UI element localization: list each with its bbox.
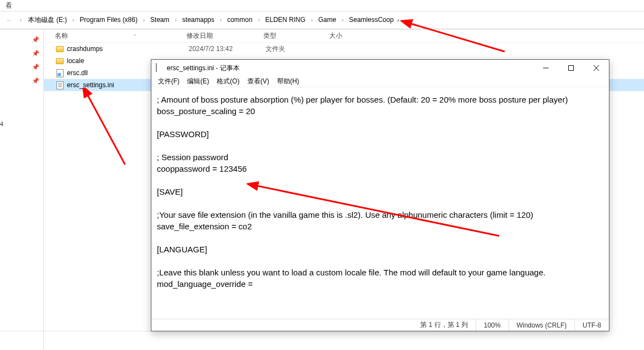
folder-icon xyxy=(55,57,65,65)
menu-item[interactable]: 帮助(H) xyxy=(274,76,303,87)
column-type[interactable]: 类型 xyxy=(263,31,329,41)
menu-item[interactable]: 查看(V) xyxy=(244,76,273,87)
breadcrumb-item[interactable]: 本地磁盘 (E:) xyxy=(26,15,69,25)
breadcrumb-item[interactable]: Game xyxy=(316,15,338,25)
chevron-right-icon: › xyxy=(308,17,316,23)
ini-icon xyxy=(55,81,65,89)
pin-icon: 📌 xyxy=(0,74,43,88)
menubar: 文件(F)编辑(E)格式(O)查看(V)帮助(H) xyxy=(151,76,609,87)
file-date: 2024/7/2 13:42 xyxy=(189,45,265,53)
chevron-right-icon: › xyxy=(140,17,148,23)
divider xyxy=(0,331,154,331)
breadcrumb-item[interactable]: steamapps xyxy=(180,15,217,25)
titlebar[interactable]: ersc_settings.ini - 记事本 xyxy=(151,60,609,76)
breadcrumb-item[interactable]: common xyxy=(225,15,255,25)
chevron-right-icon: › xyxy=(217,17,225,23)
breadcrumb-item[interactable]: SeamlessCoop xyxy=(347,15,396,25)
window-title: ersc_settings.ini - 记事本 xyxy=(167,64,533,73)
address-bar[interactable]: ← › 本地磁盘 (E:)›Program Files (x86)›Steam›… xyxy=(0,12,644,29)
status-bar: 第 1 行，第 1 列 100% Windows (CRLF) UTF-8 xyxy=(151,319,609,331)
minimize-icon xyxy=(543,65,549,71)
file-name: crashdumps xyxy=(67,45,189,53)
column-size[interactable]: 大小 xyxy=(329,31,373,41)
pin-icon: 📌 xyxy=(0,60,43,74)
nav-pane[interactable]: 📌 📌 📌 📌 xyxy=(0,30,44,350)
status-zoom: 100% xyxy=(476,319,509,331)
pin-icon: 📌 xyxy=(0,47,43,60)
status-eol: Windows (CRLF) xyxy=(509,319,574,331)
minimize-button[interactable] xyxy=(533,60,558,76)
breadcrumb-item[interactable]: Steam xyxy=(148,15,172,25)
chevron-right-icon: › xyxy=(338,17,347,23)
ribbon-tab[interactable]: 看 xyxy=(0,0,644,12)
close-button[interactable] xyxy=(584,60,609,76)
svg-rect-1 xyxy=(569,66,574,71)
chevron-down-icon[interactable]: ▾ xyxy=(397,18,399,23)
maximize-button[interactable] xyxy=(558,60,584,76)
column-name[interactable]: 名称˄ xyxy=(55,31,187,41)
breadcrumb-item[interactable]: Program Files (x86) xyxy=(77,15,139,25)
column-headers[interactable]: 名称˄ 修改日期 类型 大小 xyxy=(44,30,644,43)
file-icon xyxy=(156,64,163,72)
sort-indicator-icon: ˄ xyxy=(134,34,136,39)
menu-item[interactable]: 编辑(E) xyxy=(184,76,212,87)
breadcrumb-item[interactable]: ELDEN RING xyxy=(263,15,308,25)
left-count: 4 xyxy=(0,121,3,127)
folder-icon xyxy=(55,44,65,53)
text-area[interactable]: ; Amount of boss posture absorption (%) … xyxy=(151,87,609,319)
status-position: 第 1 行，第 1 列 xyxy=(413,319,476,331)
chevron-right-icon: › xyxy=(69,17,77,23)
status-encoding: UTF-8 xyxy=(574,319,609,331)
file-type: 文件夹 xyxy=(265,44,331,54)
ribbon-tab-label: 看 xyxy=(5,1,12,10)
chevron-right-icon: › xyxy=(172,17,180,23)
notepad-window: ersc_settings.ini - 记事本 文件(F)编辑(E)格式(O)查… xyxy=(151,59,609,331)
maximize-icon xyxy=(568,65,574,71)
back-button[interactable]: ← xyxy=(3,14,15,26)
close-icon xyxy=(594,65,599,71)
chevron-right-icon: › xyxy=(255,17,263,23)
pin-icon: 📌 xyxy=(0,33,43,47)
menu-item[interactable]: 格式(O) xyxy=(213,76,242,87)
menu-item[interactable]: 文件(F) xyxy=(155,76,183,87)
file-item[interactable]: crashdumps2024/7/2 13:42文件夹 xyxy=(44,43,644,55)
dll-icon xyxy=(55,69,65,77)
column-date[interactable]: 修改日期 xyxy=(187,31,263,41)
